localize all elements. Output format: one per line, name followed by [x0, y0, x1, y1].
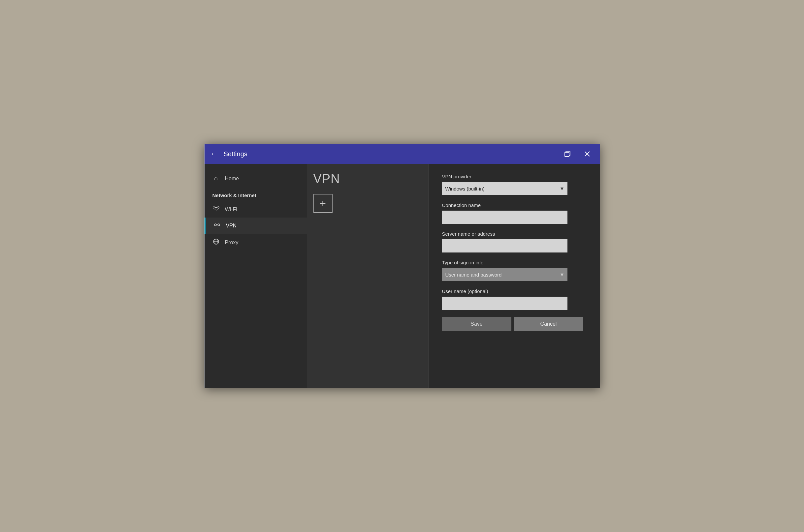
- vpn-provider-select-wrapper: Windows (built-in) Other: [442, 182, 567, 195]
- sidebar-home-label: Home: [225, 176, 239, 182]
- sidebar: ⌂ Home Network & Internet Wi-Fi: [204, 164, 307, 388]
- window-title: Settings: [224, 150, 561, 158]
- svg-point-6: [218, 224, 220, 226]
- connection-name-group: Connection name: [442, 203, 583, 224]
- sign-in-type-label: Type of sign-in info: [442, 260, 583, 265]
- settings-window: ← Settings ⌂: [204, 144, 600, 388]
- sidebar-item-proxy[interactable]: Proxy: [204, 234, 307, 251]
- sidebar-item-vpn[interactable]: VPN: [204, 217, 307, 234]
- sign-in-type-select[interactable]: User name and password Certificate Smart…: [442, 268, 567, 281]
- restore-button[interactable]: [561, 147, 574, 160]
- home-icon: ⌂: [213, 175, 220, 182]
- svg-point-5: [215, 224, 216, 226]
- username-label: User name (optional): [442, 288, 583, 294]
- proxy-label: Proxy: [225, 240, 239, 246]
- username-input[interactable]: [442, 297, 567, 310]
- form-panel: VPN provider Windows (built-in) Other Co…: [429, 164, 600, 388]
- sidebar-section-title: Network & Internet: [204, 187, 307, 202]
- vpn-provider-label: VPN provider: [442, 174, 583, 179]
- vpn-provider-group: VPN provider Windows (built-in) Other: [442, 174, 583, 195]
- server-name-group: Server name or address: [442, 231, 583, 252]
- window-controls: [561, 147, 594, 160]
- form-actions: Save Cancel: [442, 317, 583, 331]
- vpn-panel-title: VPN: [313, 172, 422, 186]
- proxy-icon: [213, 238, 220, 247]
- svg-rect-1: [565, 152, 569, 156]
- vpn-icon: [214, 222, 221, 229]
- connection-name-label: Connection name: [442, 203, 583, 208]
- vpn-panel: VPN +: [307, 164, 429, 388]
- server-name-label: Server name or address: [442, 231, 583, 237]
- titlebar: ← Settings: [204, 144, 600, 164]
- save-button[interactable]: Save: [442, 317, 511, 331]
- sign-in-type-select-wrapper: User name and password Certificate Smart…: [442, 268, 567, 281]
- cancel-button[interactable]: Cancel: [514, 317, 583, 331]
- server-name-input[interactable]: [442, 239, 567, 252]
- wifi-icon: [213, 206, 220, 213]
- close-button[interactable]: [581, 147, 594, 160]
- connection-name-input[interactable]: [442, 211, 567, 224]
- sign-in-type-group: Type of sign-in info User name and passw…: [442, 260, 583, 281]
- sidebar-item-home[interactable]: ⌂ Home: [204, 170, 307, 187]
- main-content: ⌂ Home Network & Internet Wi-Fi: [204, 164, 600, 388]
- sidebar-item-wifi[interactable]: Wi-Fi: [204, 202, 307, 217]
- username-group: User name (optional): [442, 288, 583, 310]
- wifi-label: Wi-Fi: [225, 207, 237, 213]
- back-button[interactable]: ←: [211, 150, 218, 158]
- vpn-label: VPN: [226, 223, 237, 229]
- vpn-provider-select[interactable]: Windows (built-in) Other: [442, 182, 567, 195]
- vpn-add-button[interactable]: +: [313, 194, 332, 213]
